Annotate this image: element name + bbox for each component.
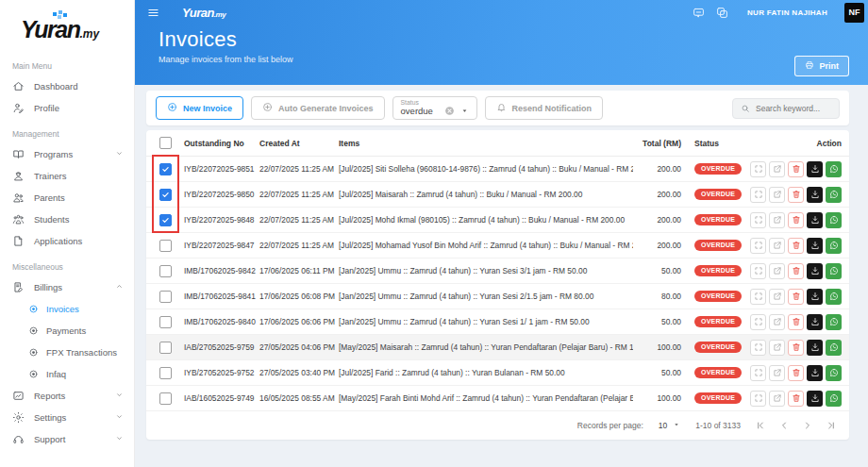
row-checkbox[interactable] xyxy=(159,240,172,252)
table-row[interactable]: IAB/27052025-975927/05/2025 04:06 PM[May… xyxy=(146,335,849,360)
sidebar-item-applications[interactable]: Applications xyxy=(0,230,134,252)
download-button[interactable] xyxy=(807,212,823,228)
whatsapp-button[interactable] xyxy=(826,365,842,381)
new-invoice-button[interactable]: New Invoice xyxy=(156,96,243,120)
sidebar-item-billings[interactable]: Billings xyxy=(0,276,134,298)
delete-button[interactable] xyxy=(788,289,804,305)
search-input[interactable] xyxy=(756,104,831,113)
table-row[interactable]: IYB/22072025-984822/07/2025 11:25 AM[Jul… xyxy=(146,208,849,233)
external-link-button[interactable] xyxy=(769,289,785,305)
status-filter[interactable]: Status overdue xyxy=(392,96,477,120)
row-checkbox[interactable] xyxy=(159,342,172,354)
row-checkbox[interactable] xyxy=(159,214,172,226)
download-button[interactable] xyxy=(807,314,823,330)
row-checkbox[interactable] xyxy=(159,367,172,379)
sidebar-item-support[interactable]: Support xyxy=(0,428,134,450)
delete-button[interactable] xyxy=(788,161,804,177)
row-checkbox[interactable] xyxy=(159,316,172,328)
delete-button[interactable] xyxy=(788,212,804,228)
print-button[interactable]: Print xyxy=(794,56,849,76)
language-button[interactable] xyxy=(716,7,728,19)
whatsapp-button[interactable] xyxy=(826,212,842,228)
table-row[interactable]: IAB/16052025-974916/05/2025 08:55 AM[May… xyxy=(146,386,849,411)
download-button[interactable] xyxy=(807,391,823,407)
download-button[interactable] xyxy=(807,161,823,177)
delete-button[interactable] xyxy=(788,365,804,381)
sidebar-item-trainers[interactable]: Trainers xyxy=(0,165,134,187)
external-link-button[interactable] xyxy=(769,263,785,279)
expand-button[interactable] xyxy=(750,340,766,356)
download-button[interactable] xyxy=(807,365,823,381)
download-button[interactable] xyxy=(807,238,823,254)
row-checkbox[interactable] xyxy=(159,189,172,201)
external-link-button[interactable] xyxy=(769,391,785,407)
sidebar-item-profile[interactable]: Profile xyxy=(0,97,134,119)
menu-icon[interactable] xyxy=(147,7,159,19)
row-checkbox[interactable] xyxy=(159,163,172,175)
whatsapp-button[interactable] xyxy=(826,263,842,279)
external-link-button[interactable] xyxy=(769,187,785,203)
delete-button[interactable] xyxy=(788,187,804,203)
external-link-button[interactable] xyxy=(769,340,785,356)
table-row[interactable]: IMB/17062025-984217/06/2025 06:11 PM[Jan… xyxy=(146,259,849,284)
delete-button[interactable] xyxy=(788,391,804,407)
row-checkbox[interactable] xyxy=(159,291,172,303)
whatsapp-button[interactable] xyxy=(826,161,842,177)
sidebar-item-payments[interactable]: Payments xyxy=(0,320,134,342)
sidebar-item-programs[interactable]: Programs xyxy=(0,143,134,165)
expand-button[interactable] xyxy=(750,391,766,407)
expand-button[interactable] xyxy=(750,161,766,177)
prev-page-button[interactable] xyxy=(779,421,789,430)
whatsapp-button[interactable] xyxy=(826,391,842,407)
chat-button[interactable] xyxy=(693,7,705,19)
table-row[interactable]: IYB/22072025-984722/07/2025 11:25 AM[Jul… xyxy=(146,233,849,259)
whatsapp-button[interactable] xyxy=(826,314,842,330)
download-button[interactable] xyxy=(807,263,823,279)
whatsapp-button[interactable] xyxy=(826,187,842,203)
sidebar-item-invoices[interactable]: Invoices xyxy=(0,298,134,320)
expand-button[interactable] xyxy=(750,365,766,381)
expand-button[interactable] xyxy=(750,314,766,330)
sidebar-item-fpx-transactions[interactable]: FPX Transactions xyxy=(0,342,134,363)
table-row[interactable]: IYB/27052025-975227/05/2025 03:40 PM[Jul… xyxy=(146,360,849,386)
sidebar-item-reports[interactable]: Reports xyxy=(0,385,134,407)
download-button[interactable] xyxy=(807,289,823,305)
expand-button[interactable] xyxy=(750,263,766,279)
expand-button[interactable] xyxy=(750,289,766,305)
sidebar-item-settings[interactable]: Settings xyxy=(0,407,134,428)
last-page-button[interactable] xyxy=(826,421,836,430)
next-page-button[interactable] xyxy=(803,421,812,430)
delete-button[interactable] xyxy=(788,263,804,279)
resend-notification-button[interactable]: Resend Notification xyxy=(485,96,604,120)
auto-generate-invoices-button[interactable]: Auto Generate Invoices xyxy=(251,96,385,120)
external-link-button[interactable] xyxy=(769,161,785,177)
select-all-checkbox[interactable] xyxy=(159,137,172,149)
sidebar-item-parents[interactable]: Parents xyxy=(0,187,134,208)
avatar[interactable]: NF xyxy=(844,3,864,23)
download-button[interactable] xyxy=(807,340,823,356)
download-button[interactable] xyxy=(807,187,823,203)
delete-button[interactable] xyxy=(788,340,804,356)
row-checkbox[interactable] xyxy=(159,265,172,277)
sidebar-item-students[interactable]: Students xyxy=(0,208,134,230)
table-row[interactable]: IYB/22072025-985022/07/2025 11:25 AM[Jul… xyxy=(146,182,849,208)
whatsapp-button[interactable] xyxy=(826,238,842,254)
external-link-button[interactable] xyxy=(769,365,785,381)
whatsapp-button[interactable] xyxy=(826,340,842,356)
expand-button[interactable] xyxy=(750,212,766,228)
external-link-button[interactable] xyxy=(769,238,785,254)
delete-button[interactable] xyxy=(788,314,804,330)
delete-button[interactable] xyxy=(788,238,804,254)
whatsapp-button[interactable] xyxy=(826,289,842,305)
clear-filter-icon[interactable] xyxy=(444,106,455,116)
first-page-button[interactable] xyxy=(756,421,765,430)
sidebar-item-dashboard[interactable]: Dashboard xyxy=(0,75,134,97)
table-row[interactable]: IMB/17062025-984017/06/2025 06:06 PM[Jan… xyxy=(146,309,849,335)
table-row[interactable]: IMB/17062025-984117/06/2025 06:08 PM[Jan… xyxy=(146,284,849,309)
expand-button[interactable] xyxy=(750,187,766,203)
sidebar-item-infaq[interactable]: Infaq xyxy=(0,363,134,385)
expand-button[interactable] xyxy=(750,238,766,254)
table-row[interactable]: IYB/22072025-985122/07/2025 11:25 AM[Jul… xyxy=(146,157,849,182)
external-link-button[interactable] xyxy=(769,314,785,330)
page-size-select[interactable]: 10 xyxy=(659,421,680,430)
